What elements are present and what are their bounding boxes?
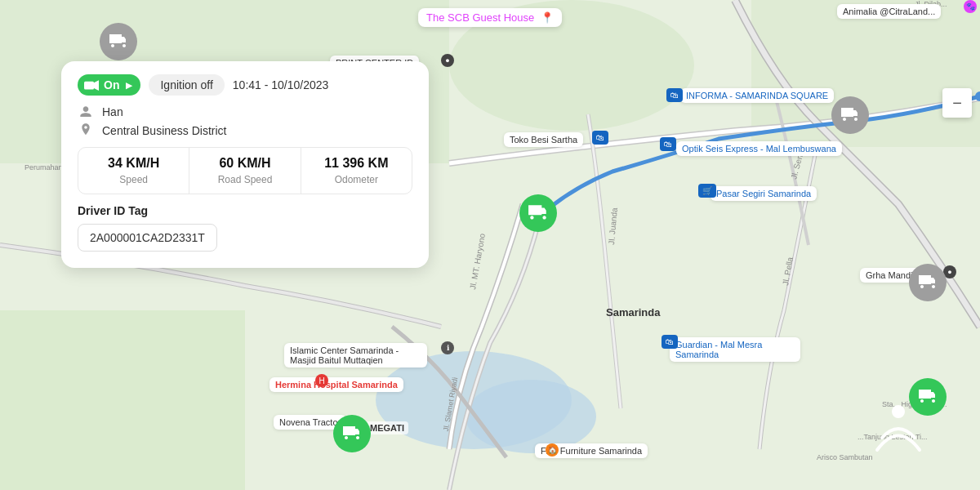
zoom-out-button[interactable]: −: [942, 88, 972, 118]
arisco-label: Arisco Sambutan: [817, 453, 873, 461]
stat-road-speed: 60 KM/H Road Speed: [189, 148, 301, 194]
vehicle-marker-green-center[interactable]: [519, 194, 557, 232]
islamic-center-icon: ℹ: [441, 341, 454, 354]
brand-logo: [866, 397, 931, 454]
guardian-label: Guardian - Mal Mesra Samarinda: [670, 337, 800, 362]
brand-watermark: [866, 397, 931, 457]
road-speed-label: Road Speed: [196, 174, 293, 185]
pasar-icon: 🛒: [698, 184, 716, 198]
chevron-icon: ▶: [126, 81, 132, 90]
stats-row: 34 KM/H Speed 60 KM/H Road Speed 11 396 …: [78, 147, 412, 194]
informa-icon: 🛍: [666, 88, 683, 102]
camera-icon: [84, 80, 99, 91]
svg-point-2: [466, 380, 596, 453]
timestamp: 10:41 - 10/10/2023: [233, 78, 329, 91]
odometer-value: 11 396 KM: [308, 156, 405, 171]
vehicle-marker-green-bottomleft[interactable]: [333, 415, 371, 452]
toko-icon: 🛍: [592, 131, 608, 145]
guardian-icon: 🛍: [662, 335, 678, 349]
speed-label: Speed: [85, 174, 182, 185]
on-label: On: [104, 78, 119, 91]
speed-value: 34 KM/H: [85, 156, 182, 171]
guest-house-label: The SCB Guest House 📍: [418, 8, 562, 27]
svg-rect-13: [84, 81, 94, 89]
vehicle-marker-gray-topleft[interactable]: [100, 23, 137, 60]
location-row: Central Business District: [78, 123, 412, 137]
vehicle-marker-gray-right[interactable]: [909, 264, 947, 301]
f2c-icon: 🏠: [546, 443, 559, 457]
svg-rect-5: [0, 310, 245, 490]
toko-label: Toko Besi Sartha: [504, 132, 583, 147]
location-icon: [78, 123, 94, 137]
informa-label: INFORMA - SAMARINDA SQUARE: [680, 88, 834, 103]
optik-label: Optik Seis Express - Mal Lembuswana: [676, 141, 842, 156]
location-text: Central Business District: [102, 124, 227, 137]
islamic-center-label: Islamic Center Samarinda - Masjid Baitul…: [284, 343, 427, 368]
info-card: On ▶ Ignition off 10:41 - 10/10/2023 Han…: [61, 61, 429, 268]
driver-name: Han: [102, 105, 123, 118]
samarinda-label: Samarinda: [606, 306, 660, 318]
person-icon: [78, 105, 94, 118]
pasar-label: Pasar Segiri Samarinda: [710, 186, 817, 201]
hermina-label: Hermina Hospital Samarinda: [270, 377, 403, 392]
place-pin-icon: 📍: [541, 11, 554, 24]
road-speed-value: 60 KM/H: [196, 156, 293, 171]
stat-odometer: 11 396 KM Odometer: [301, 148, 412, 194]
ignition-label: Ignition off: [160, 78, 212, 91]
ignition-status: Ignition off: [149, 74, 224, 96]
driver-id-value: 2A000001CA2D2331T: [78, 224, 217, 252]
svg-point-15: [892, 405, 905, 418]
animalia-label: Animalia @CitraLand...: [837, 4, 941, 19]
driver-id-section-label: Driver ID Tag: [78, 204, 412, 217]
card-header: On ▶ Ignition off 10:41 - 10/10/2023: [78, 74, 412, 96]
print-center-icon: ●: [441, 54, 454, 67]
megati-label: MEGATI: [366, 421, 408, 434]
driver-id-section: Driver ID Tag 2A000001CA2D2331T: [78, 204, 412, 252]
on-badge[interactable]: On ▶: [78, 74, 140, 96]
svg-marker-14: [94, 80, 99, 91]
vehicle-marker-gray-topright[interactable]: [831, 96, 869, 134]
driver-name-row: Han: [78, 105, 412, 118]
animalia-icon: 🐾: [964, 0, 977, 13]
stat-speed: 34 KM/H Speed: [78, 148, 189, 194]
odometer-label: Odometer: [308, 174, 405, 185]
optik-icon: 🛍: [660, 137, 676, 151]
hermina-icon: H: [315, 374, 328, 387]
guest-house-name: The SCB Guest House: [426, 11, 534, 24]
